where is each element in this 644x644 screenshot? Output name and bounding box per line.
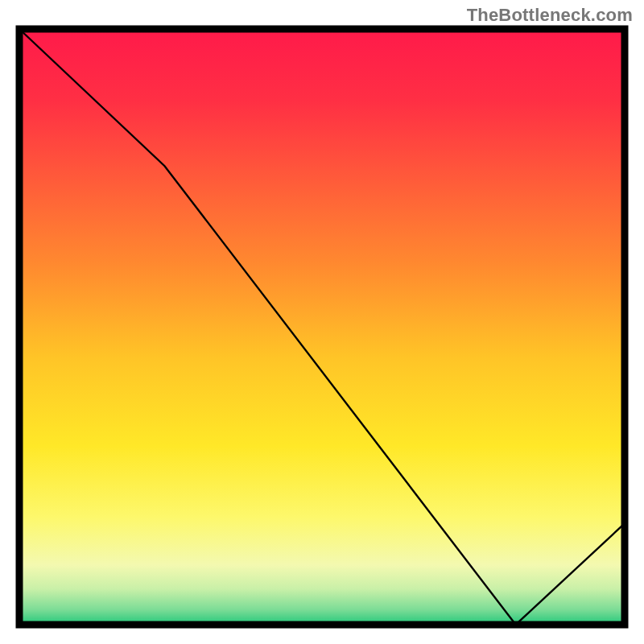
chart-plot <box>14 24 630 630</box>
chart-svg <box>14 24 630 630</box>
watermark-text: TheBottleneck.com <box>467 5 633 26</box>
plot-background <box>19 29 625 625</box>
